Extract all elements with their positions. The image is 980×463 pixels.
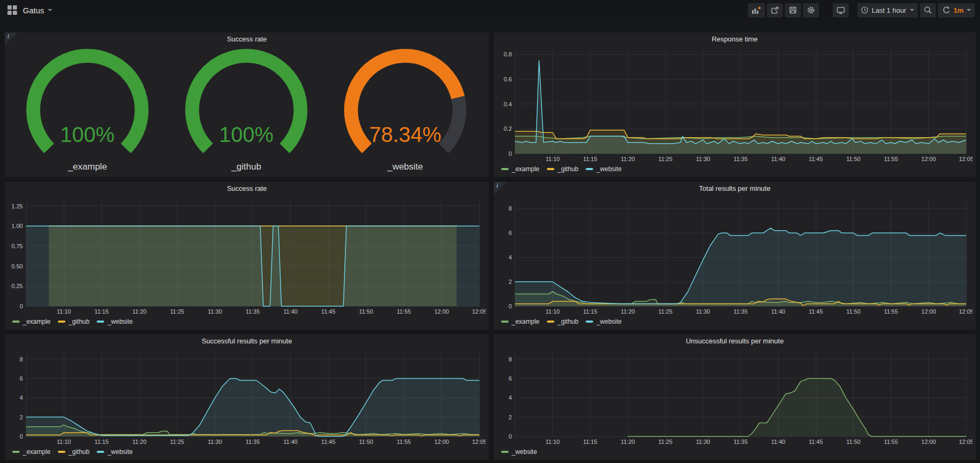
settings-gear-icon xyxy=(807,6,815,14)
x-axis-tick-label: 11:55 xyxy=(884,156,898,162)
x-axis-tick-label: 12:00 xyxy=(434,308,449,315)
legend-label: _website xyxy=(107,318,132,325)
dashboard-title[interactable]: Gatus xyxy=(23,6,44,15)
panel-info-corner[interactable] xyxy=(494,182,506,195)
refresh-interval-label: 1m xyxy=(953,6,964,14)
x-axis-tick-label: 11:20 xyxy=(132,308,147,315)
panel-unsuccessful-results: Unsuccessful results per minute 0246811:… xyxy=(494,334,976,460)
add-panel-icon xyxy=(751,6,761,14)
legend-marker xyxy=(12,321,20,323)
legend-item-_website[interactable]: _website xyxy=(501,448,537,456)
panel-total-results: i Total results per minute 0246811:1011:… xyxy=(494,182,976,330)
y-axis-tick-label: 0.4 xyxy=(504,101,512,107)
gauge-value: 78.34% xyxy=(369,123,442,146)
response-time-chart[interactable]: 00.20.40.60.811:1011:1511:2011:2511:3011… xyxy=(497,46,973,163)
legend-marker xyxy=(586,168,593,170)
x-axis-tick-label: 11:20 xyxy=(621,439,635,445)
gauge-arc: 78.34% xyxy=(326,46,485,161)
x-axis-tick-label: 11:10 xyxy=(545,439,560,445)
legend-item-_github[interactable]: _github xyxy=(58,448,89,456)
legend-item-_github[interactable]: _github xyxy=(58,318,89,325)
x-axis-tick-label: 11:55 xyxy=(396,308,411,315)
chart-wrap: 00.20.40.60.811:1011:1511:2011:2511:3011… xyxy=(494,46,976,175)
tv-mode-button[interactable] xyxy=(833,3,849,18)
x-axis-tick-label: 11:45 xyxy=(809,308,823,315)
x-axis-tick-label: 11:50 xyxy=(359,308,373,315)
y-axis-tick-label: 0 xyxy=(20,303,23,309)
x-axis-tick-label: 12:00 xyxy=(434,439,449,445)
x-axis-tick-label: 11:10 xyxy=(545,308,560,315)
legend-label: _github xyxy=(69,448,89,456)
x-axis-tick-label: 11:15 xyxy=(583,156,597,162)
legend-item-_example[interactable]: _example xyxy=(501,165,539,173)
x-axis-tick-label: 11:50 xyxy=(846,308,860,315)
logo-square xyxy=(7,5,12,10)
y-axis-tick-label: 4 xyxy=(509,254,512,260)
y-axis-tick-label: 0.75 xyxy=(12,243,23,249)
gauge-value: 100% xyxy=(60,123,114,146)
chevron-down-icon[interactable] xyxy=(48,9,52,11)
grafana-grid-logo-icon[interactable] xyxy=(7,5,17,15)
legend-item-_example[interactable]: _example xyxy=(12,448,50,456)
legend-item-_github[interactable]: _github xyxy=(547,318,578,325)
legend-item-_example[interactable]: _example xyxy=(12,318,50,325)
successful-results-chart[interactable]: 0246811:1011:1511:2011:2511:3011:3511:40… xyxy=(8,348,486,446)
legend-label: _example xyxy=(23,448,50,456)
unsuccessful-results-chart[interactable]: 0246811:1011:1511:2011:2511:3011:3511:40… xyxy=(497,348,973,446)
legend-label: _website xyxy=(107,448,132,456)
refresh-icon xyxy=(942,6,950,14)
panel-title[interactable]: Total results per minute xyxy=(494,182,976,196)
x-axis-tick-label: 11:10 xyxy=(57,439,71,445)
refresh-picker[interactable]: 1m xyxy=(938,3,975,18)
info-icon[interactable]: i xyxy=(496,182,498,189)
x-axis-tick-label: 11:15 xyxy=(95,439,109,445)
legend-item-_website[interactable]: _website xyxy=(97,318,132,325)
x-axis-tick-label: 11:25 xyxy=(170,439,184,445)
grafana-dashboard: { "navbar": { "dashboard_title": "Gatus"… xyxy=(0,0,980,463)
settings-button[interactable] xyxy=(803,3,819,18)
info-icon[interactable]: i xyxy=(7,33,9,39)
legend-marker xyxy=(586,321,593,323)
legend-label: _example xyxy=(512,318,539,325)
panel-title[interactable]: Success rate xyxy=(5,182,489,196)
success-rate-chart[interactable]: 00.250.500.751.001.2511:1011:1511:2011:2… xyxy=(8,196,486,316)
legend-marker xyxy=(501,321,509,323)
time-range-picker[interactable]: Last 1 hour xyxy=(857,3,918,18)
share-icon xyxy=(771,6,779,14)
x-axis-tick-label: 11:30 xyxy=(696,156,710,162)
panel-title[interactable]: Unsuccessful results per minute xyxy=(494,334,976,348)
panel-title[interactable]: Successful results per minute xyxy=(5,334,489,348)
share-button[interactable] xyxy=(767,3,783,18)
series-area-_website xyxy=(515,228,966,306)
chart-legend: _website xyxy=(497,446,973,458)
legend-item-_github[interactable]: _github xyxy=(547,165,578,173)
legend-item-_website[interactable]: _website xyxy=(586,318,621,325)
legend-label: _example xyxy=(23,318,50,325)
x-axis-tick-label: 11:55 xyxy=(884,308,898,315)
panel-title[interactable]: Response time xyxy=(494,32,976,46)
total-results-chart[interactable]: 0246811:1011:1511:2011:2511:3011:3511:40… xyxy=(497,196,973,316)
save-button[interactable] xyxy=(785,3,801,18)
x-axis-tick-label: 12:05 xyxy=(959,308,973,315)
legend-item-_website[interactable]: _website xyxy=(97,448,132,456)
y-axis-tick-label: 8 xyxy=(20,356,23,363)
x-axis-tick-label: 11:40 xyxy=(771,156,785,162)
legend-label: _github xyxy=(69,318,89,325)
panel-title[interactable]: Success rate xyxy=(5,32,489,46)
x-axis-tick-label: 11:45 xyxy=(321,439,335,445)
legend-marker xyxy=(58,451,65,453)
legend-marker xyxy=(97,321,104,323)
x-axis-tick-label: 12:05 xyxy=(959,439,973,445)
logo-square xyxy=(7,11,12,15)
add-panel-button[interactable] xyxy=(748,3,765,18)
legend-label: _website xyxy=(512,448,537,456)
legend-item-_website[interactable]: _website xyxy=(586,165,621,173)
x-axis-tick-label: 11:45 xyxy=(809,156,823,162)
x-axis-tick-label: 11:25 xyxy=(658,156,673,162)
legend-item-_example[interactable]: _example xyxy=(501,318,539,325)
zoom-out-button[interactable] xyxy=(920,3,936,18)
legend-marker xyxy=(547,321,554,323)
chart-wrap: 0246811:1011:1511:2011:2511:3011:3511:40… xyxy=(494,348,976,458)
panel-info-corner[interactable] xyxy=(5,32,18,45)
legend-marker xyxy=(12,451,20,453)
